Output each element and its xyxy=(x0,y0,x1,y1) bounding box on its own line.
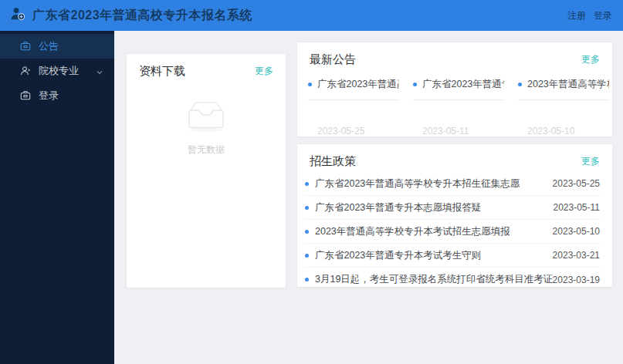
top-bar-brand: 广东省2023年普通高校专升本报名系统 xyxy=(9,5,252,25)
policy-link: 3月19日起，考生可登录报名系统打印省统考科目准考证 xyxy=(305,273,553,286)
announcement-item: 2023年普通高等学校专 2023-05-10 xyxy=(518,78,609,136)
policies-card-header: 招生政策 更多 xyxy=(297,144,612,169)
policy-title: 2023年普通高等学校专升本考试招生志愿填报 xyxy=(315,225,510,238)
sidebar-item-colleges-majors[interactable]: 院校专业 xyxy=(0,59,114,83)
page: 广东省2023年普通高校专升本报名系统 注册 登录 公告 xyxy=(0,0,623,364)
sidebar-item-login[interactable]: 登录 xyxy=(0,83,114,108)
policy-date: 2023-05-25 xyxy=(553,178,600,189)
downloads-card-header: 资料下载 更多 xyxy=(127,54,286,79)
register-link[interactable]: 注册 xyxy=(567,9,586,22)
bullet-dot-icon xyxy=(305,278,309,281)
policies-list: 广东省2023年普通高等学校专升本招生征集志愿 2023-05-25 广东省20… xyxy=(297,169,612,292)
sidebar-item-label: 院校专业 xyxy=(39,64,79,78)
policies-card-title: 招生政策 xyxy=(310,154,356,169)
announcement-icon xyxy=(20,41,31,52)
announcement-date: 2023-05-11 xyxy=(413,126,504,136)
policy-title: 广东省2023年普通专升本考试考生守则 xyxy=(315,249,481,262)
policy-date: 2023-05-10 xyxy=(553,226,600,237)
policy-title: 广东省2023年普通专升本志愿填报答疑 xyxy=(315,201,481,214)
bullet-dot-icon xyxy=(305,182,309,186)
login-icon xyxy=(20,90,31,101)
sidebar-item-announcements[interactable]: 公告 xyxy=(0,34,114,59)
announcement-date: 2023-05-10 xyxy=(518,126,609,136)
policy-row[interactable]: 2023年普通高等学校专升本考试招生志愿填报 2023-05-10 xyxy=(305,220,600,244)
empty-text: 暂无数据 xyxy=(188,143,225,157)
empty-inbox-icon xyxy=(184,99,229,136)
login-link[interactable]: 登录 xyxy=(594,9,612,22)
sidebar-item-label: 登录 xyxy=(39,89,59,103)
announcements-card: 最新公告 更多 广东省2023年普通高等 2023-05-25 广东省2023年… xyxy=(297,42,612,136)
auth-links: 注册 登录 xyxy=(567,9,612,22)
policy-title: 3月19日起，考生可登录报名系统打印省统考科目准考证 xyxy=(315,273,553,286)
empty-state: 暂无数据 xyxy=(127,99,286,157)
policy-link: 2023年普通高等学校专升本考试招生志愿填报 xyxy=(305,225,510,238)
bullet-dot-icon xyxy=(518,83,522,86)
policy-row[interactable]: 广东省2023年普通专升本考试考生守则 2023-03-21 xyxy=(305,244,600,268)
bullet-dot-icon xyxy=(305,230,309,234)
announcements-more-link[interactable]: 更多 xyxy=(581,53,600,66)
user-add-icon xyxy=(9,5,26,25)
policy-date: 2023-03-21 xyxy=(553,250,600,261)
policy-row[interactable]: 广东省2023年普通高等学校专升本招生征集志愿 2023-05-25 xyxy=(305,172,600,196)
announcement-title: 2023年普通高等学校专 xyxy=(527,78,609,91)
policy-link: 广东省2023年普通专升本志愿填报答疑 xyxy=(305,201,481,214)
policy-link: 广东省2023年普通高等学校专升本招生征集志愿 xyxy=(305,177,520,190)
announcement-title: 广东省2023年普通专升 xyxy=(422,78,504,91)
bullet-dot-icon xyxy=(305,254,309,258)
announcements-columns: 广东省2023年普通高等 2023-05-25 广东省2023年普通专升 202… xyxy=(297,67,612,136)
downloads-card-title: 资料下载 xyxy=(139,64,185,79)
announcement-item: 广东省2023年普通高等 2023-05-25 xyxy=(308,78,399,136)
policies-more-link[interactable]: 更多 xyxy=(581,155,600,168)
policy-date: 2023-05-11 xyxy=(554,202,601,213)
announcement-link[interactable]: 广东省2023年普通专升 xyxy=(413,78,504,100)
announcement-item: 广东省2023年普通专升 2023-05-11 xyxy=(413,78,504,136)
announcement-link[interactable]: 广东省2023年普通高等 xyxy=(308,78,399,100)
policy-date: 2023-03-19 xyxy=(553,275,600,285)
sidebar-item-label: 公告 xyxy=(39,39,59,53)
announcements-card-title: 最新公告 xyxy=(310,52,356,67)
top-bar: 广东省2023年普通高校专升本报名系统 注册 登录 xyxy=(0,0,623,31)
announcement-date: 2023-05-25 xyxy=(308,126,399,136)
bullet-dot-icon xyxy=(413,83,417,86)
policy-row[interactable]: 3月19日起，考生可登录报名系统打印省统考科目准考证 2023-03-19 xyxy=(305,268,600,292)
downloads-card: 资料下载 更多 暂无数据 xyxy=(127,54,286,288)
announcement-title: 广东省2023年普通高等 xyxy=(317,78,399,91)
chevron-down-icon xyxy=(96,67,103,79)
policy-row[interactable]: 广东省2023年普通专升本志愿填报答疑 2023-05-11 xyxy=(305,196,600,220)
policies-card: 招生政策 更多 广东省2023年普通高等学校专升本招生征集志愿 2023-05-… xyxy=(297,144,612,287)
app-title: 广东省2023年普通高校专升本报名系统 xyxy=(32,8,252,24)
policy-link: 广东省2023年普通专升本考试考生守则 xyxy=(305,249,481,262)
bullet-dot-icon xyxy=(305,206,309,210)
announcement-link[interactable]: 2023年普通高等学校专 xyxy=(518,78,609,100)
announcements-card-header: 最新公告 更多 xyxy=(297,42,612,67)
policy-title: 广东省2023年普通高等学校专升本招生征集志愿 xyxy=(315,177,520,190)
bullet-dot-icon xyxy=(308,83,312,86)
downloads-more-link[interactable]: 更多 xyxy=(255,65,273,78)
sidebar: 公告 院校专业 xyxy=(0,31,114,364)
person-icon xyxy=(20,66,31,76)
